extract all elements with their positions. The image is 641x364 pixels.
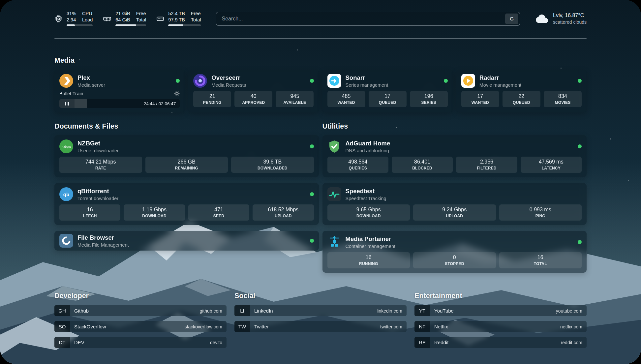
stat-value: 196 — [411, 93, 446, 99]
disk-monitor: 52.4 TB 97.9 TB Free Total — [156, 11, 201, 26]
bookmark-abbr: YT — [414, 305, 430, 316]
nzbget-card[interactable]: nzbget NZBGet Usenet downloader 744.21 M… — [54, 135, 319, 177]
bookmark-abbr: GH — [54, 305, 70, 316]
cpu-label: CPU — [82, 11, 93, 16]
stat-label: AVAILABLE — [277, 100, 312, 105]
bookmark-domain: stackoverflow.com — [185, 321, 227, 332]
stat-label: DOWNLOAD — [125, 214, 183, 218]
bookmark-group-social: Social LI LinkedIn linkedin.com TW Twitt… — [234, 292, 407, 337]
bookmark-linkedin[interactable]: LI LinkedIn linkedin.com — [234, 305, 407, 316]
status-dot — [444, 79, 448, 83]
status-dot — [176, 79, 180, 83]
stat-value: 498,564 — [329, 159, 387, 165]
card-subtitle: Movie management — [479, 82, 521, 88]
stat-value: 9.24 Gbps — [414, 207, 495, 213]
speedtest-icon — [327, 187, 341, 201]
bookmark-name: Netflix — [430, 321, 448, 332]
stat-value: 744.21 Mbps — [61, 159, 141, 165]
stat-label: FILTERED — [457, 166, 516, 170]
plex-card[interactable]: Plex Media server Bullet Train — [54, 70, 185, 112]
memory-free-value: 21 GiB — [115, 11, 130, 16]
status-dot — [310, 239, 314, 243]
stat-label: LEECH — [61, 214, 119, 218]
search-provider-button[interactable]: G — [505, 14, 518, 24]
bookmark-twitter[interactable]: TW Twitter twitter.com — [234, 321, 407, 332]
settings-gear-icon[interactable] — [174, 91, 180, 96]
search-input[interactable] — [216, 12, 520, 26]
stat-label: STOPPED — [414, 261, 495, 266]
bookmark-netflix[interactable]: NF Netflix netflix.com — [414, 321, 587, 332]
section-documents: Documents & Files nzbget NZBGet Usenet d — [54, 122, 319, 251]
cpu-load-label: Load — [82, 17, 93, 23]
stat-value: 40 — [236, 93, 271, 99]
filebrowser-card[interactable]: File Browser Media File Management — [54, 231, 319, 251]
bookmark-group-developer: Developer GH Github github.com SO StackO… — [54, 292, 227, 353]
bookmark-group-entertainment: Entertainment YT YouTube youtube.com NF … — [414, 292, 587, 353]
bookmark-domain: youtube.com — [556, 305, 587, 316]
portainer-card[interactable]: Media Portainer Container management 16 … — [322, 231, 587, 273]
stat-value: 266 GB — [147, 159, 227, 165]
card-subtitle: DNS and adblocking — [346, 148, 390, 153]
stat-label: RUNNING — [329, 261, 409, 266]
bookmark-github[interactable]: GH Github github.com — [54, 305, 227, 316]
card-subtitle: Torrent downloader — [77, 196, 118, 201]
cpu-usage-value: 31% — [67, 11, 76, 16]
section-utilities: Utilities AdGuard Home DNS and adblocki — [322, 122, 587, 273]
adguard-card[interactable]: AdGuard Home DNS and adblocking 498,564 … — [322, 135, 587, 177]
sonarr-icon — [327, 74, 341, 88]
stat-label: QUERIES — [329, 166, 387, 170]
stat-approved: 40 APPROVED — [234, 91, 272, 107]
stat-filtered: 2,956 FILTERED — [456, 157, 517, 173]
stat-value: 485 — [329, 93, 364, 99]
plex-icon — [59, 74, 73, 88]
stat-upload: 9.24 Gbps UPLOAD — [413, 204, 496, 221]
topbar: 31% 2.94 CPU Load — [54, 11, 587, 26]
stat-label: REMAINING — [147, 166, 227, 170]
svg-text:qb: qb — [63, 192, 69, 197]
progress-track — [75, 99, 140, 108]
card-subtitle: Series management — [346, 82, 388, 88]
stat-blocked: 86,401 BLOCKED — [392, 157, 453, 173]
stat-label: SERIES — [411, 100, 446, 105]
status-dot — [310, 144, 314, 148]
stat-value: 16 — [61, 207, 119, 213]
bookmark-youtube[interactable]: YT YouTube youtube.com — [414, 305, 587, 316]
radarr-card[interactable]: Radarr Movie management 17 WANTED 22 QUE… — [456, 70, 587, 112]
adguard-icon — [327, 139, 341, 153]
stat-value: 39.6 TB — [232, 159, 313, 165]
overseerr-card[interactable]: Overseerr Media Requests 21 PENDING 40 A… — [188, 70, 319, 112]
disk-total-value: 97.9 TB — [168, 17, 185, 23]
stat-label: QUEUED — [370, 100, 405, 105]
bookmark-name: YouTube — [430, 305, 454, 316]
stat-available: 945 AVAILABLE — [276, 91, 314, 107]
stat-ping: 0.993 ms PING — [499, 204, 582, 221]
speedtest-card[interactable]: Speedtest Speedtest Tracking 9.65 Gbps D… — [322, 183, 587, 225]
bookmark-stackoverflow[interactable]: SO StackOverflow stackoverflow.com — [54, 321, 227, 332]
stat-value: 945 — [277, 93, 312, 99]
bookmark-name: LinkedIn — [250, 305, 273, 316]
card-subtitle: Usenet downloader — [77, 148, 119, 153]
stat-pending: 21 PENDING — [193, 91, 231, 107]
qbittorrent-card[interactable]: qb qBittorrent Torrent downloader 16 LEE… — [54, 183, 319, 225]
stat-label: PENDING — [195, 100, 230, 105]
stat-queued: 17 QUEUED — [369, 91, 407, 107]
bookmark-abbr: TW — [234, 321, 250, 332]
filebrowser-icon — [59, 234, 73, 248]
portainer-icon — [327, 235, 341, 249]
stat-wanted: 17 WANTED — [461, 91, 499, 107]
bookmark-reddit[interactable]: RE Reddit reddit.com — [414, 337, 587, 348]
stat-value: 0 — [414, 255, 495, 260]
card-title: Radarr — [479, 74, 521, 81]
stat-label: PING — [501, 214, 581, 218]
memory-total-value: 64 GiB — [115, 17, 130, 23]
bookmark-name: StackOverflow — [70, 321, 106, 332]
stat-label: DOWNLOADED — [232, 166, 313, 170]
stat-queries: 498,564 QUERIES — [327, 157, 388, 173]
dashboard-screen: 31% 2.94 CPU Load — [0, 0, 641, 364]
sonarr-card[interactable]: Sonarr Series management 485 WANTED 17 Q… — [322, 70, 453, 112]
stat-wanted: 485 WANTED — [327, 91, 365, 107]
pause-button[interactable] — [59, 99, 75, 108]
bookmark-dev[interactable]: DT DEV dev.to — [54, 337, 227, 348]
stat-label: UPLOAD — [414, 214, 495, 218]
weather-widget: Lviv, 16.87°C scattered clouds — [535, 13, 587, 25]
